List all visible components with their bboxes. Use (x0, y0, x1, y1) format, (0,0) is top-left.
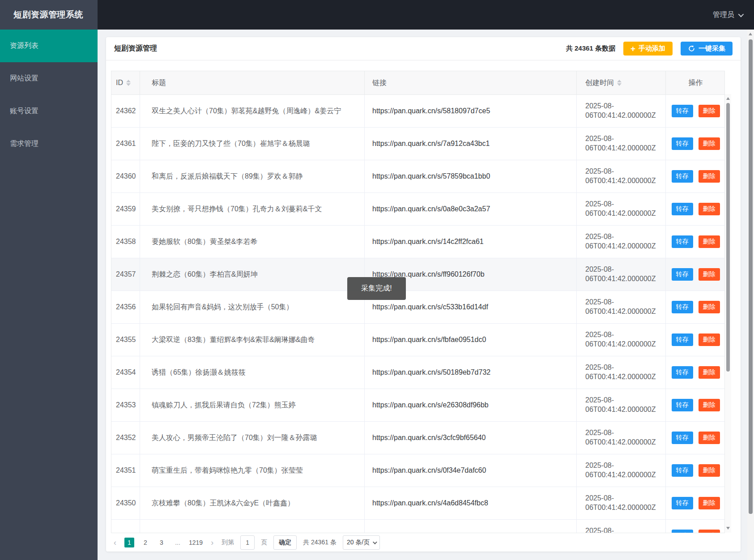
column-label: 标题 (152, 78, 166, 88)
delete-button[interactable]: 删除 (699, 105, 720, 117)
save-button[interactable]: 转存 (672, 464, 693, 477)
delete-button[interactable]: 删除 (699, 464, 720, 477)
page-number-1[interactable]: 1 (124, 538, 134, 547)
save-button[interactable]: 转存 (672, 432, 693, 444)
delete-button[interactable]: 删除 (699, 432, 720, 444)
row-id: 24361 (111, 128, 140, 160)
delete-button[interactable]: 删除 (699, 530, 720, 533)
save-button[interactable]: 转存 (672, 366, 693, 379)
table-row: 24350 京枝难攀（80集）王凯沐&六金yE（叶鑫鑫） https://pan… (111, 487, 724, 520)
delete-button[interactable]: 删除 (699, 137, 720, 150)
sidebar-item-demand-management[interactable]: 需求管理 (0, 128, 98, 160)
user-menu[interactable]: 管理员 (713, 10, 742, 20)
prev-page-button[interactable]: ‹ (112, 538, 118, 547)
manual-add-button[interactable]: + 手动添加 (623, 42, 673, 56)
refresh-icon (688, 45, 695, 52)
sort-icon[interactable] (126, 80, 131, 86)
delete-button[interactable]: 删除 (699, 170, 720, 183)
row-title (140, 520, 365, 533)
row-link: https://pan.quark.cn/s/4a6d8454fbc8 (365, 487, 577, 520)
delete-button[interactable]: 删除 (699, 203, 720, 215)
page-ellipsis: ... (173, 538, 183, 547)
row-actions: 转存 删除 (666, 454, 725, 487)
save-button[interactable]: 转存 (672, 170, 693, 183)
app-title: 短剧资源管理系统 (0, 0, 98, 30)
column-header-actions: 操作 (666, 71, 725, 94)
column-header-id[interactable]: ID (111, 71, 140, 94)
row-title: 镇魂赊刀人，抓我后果请自负（72集）熊玉婷 (140, 389, 365, 422)
row-title: 美女别撩，哥只想挣钱（70集）孔奇力＆刘蔓莉&千文 (140, 193, 365, 226)
save-button[interactable]: 转存 (672, 203, 693, 215)
sidebar: 短剧资源管理系统 资源列表 网站设置 账号设置 需求管理 (0, 0, 98, 560)
row-created: 2025-08-06T00:41:42.000000Z (577, 422, 666, 454)
row-created: 2025-08-06T00:41:42.000000Z (577, 193, 666, 226)
total-prefix: 共 (566, 44, 573, 52)
next-page-button[interactable]: › (209, 538, 215, 547)
delete-button[interactable]: 删除 (699, 235, 720, 248)
save-button[interactable]: 转存 (672, 137, 693, 150)
table-row: 24355 大梁双逆（83集）董绍辉&李钊&索菲&阚琳娜&曲奇 https://… (111, 324, 724, 356)
page-scrollbar-thumb[interactable] (749, 39, 753, 514)
page-size-select[interactable]: 20 条/页 (343, 535, 380, 550)
top-bar: 管理员 (98, 0, 754, 30)
pagination-bar: ‹ 1 2 3 ... 1219 › 到第 页 确定 共 24361 条 20 … (111, 533, 736, 552)
sort-icon[interactable] (617, 80, 622, 86)
column-header-created[interactable]: 创建时间 (577, 71, 666, 94)
table-row: 24353 镇魂赊刀人，抓我后果请自负（72集）熊玉婷 https://pan.… (111, 389, 724, 422)
manual-add-label: 手动添加 (639, 44, 665, 53)
delete-button[interactable]: 删除 (699, 268, 720, 281)
scroll-up-arrow-icon[interactable] (725, 95, 731, 102)
row-actions: 转存 删除 (666, 193, 725, 226)
save-button[interactable]: 转存 (672, 268, 693, 281)
save-button[interactable]: 转存 (672, 530, 693, 533)
one-click-collect-button[interactable]: 一键采集 (681, 42, 733, 56)
scroll-down-arrow-icon[interactable] (725, 525, 731, 532)
sidebar-item-label: 需求管理 (10, 139, 38, 149)
page-title: 短剧资源管理 (114, 44, 157, 53)
row-id (111, 520, 140, 533)
save-button[interactable]: 转存 (672, 105, 693, 117)
delete-button[interactable]: 删除 (699, 333, 720, 346)
sidebar-item-site-settings[interactable]: 网站设置 (0, 62, 98, 95)
save-button[interactable]: 转存 (672, 333, 693, 346)
save-button[interactable]: 转存 (672, 301, 693, 313)
row-created: 2025-08-06T00:41:42.000000Z (577, 520, 666, 533)
delete-button[interactable]: 删除 (699, 497, 720, 509)
page-number-3[interactable]: 3 (157, 538, 166, 547)
save-button[interactable]: 转存 (672, 235, 693, 248)
row-link: https://pan.quark.cn/s/5818097d7ce5 (365, 95, 577, 128)
sidebar-item-resource-list[interactable]: 资源列表 (0, 30, 98, 62)
row-actions: 转存 删除 (666, 160, 725, 193)
row-created: 2025-08-06T00:41:42.000000Z (577, 160, 666, 193)
row-id: 24350 (111, 487, 140, 520)
row-title: 京枝难攀（80集）王凯沐&六金yE（叶鑫鑫） (140, 487, 365, 520)
total-count-text: 共 24361 条数据 (566, 44, 615, 53)
chevron-down-icon (373, 540, 377, 544)
table-scrollbar[interactable] (725, 94, 731, 533)
column-label: ID (116, 79, 123, 87)
save-button[interactable]: 转存 (672, 497, 693, 509)
table-scrollbar-thumb[interactable] (726, 103, 730, 372)
row-link: https://pan.quark.cn/s/57859bca1bb0 (365, 160, 577, 193)
row-actions: 转存 删除 (666, 291, 725, 324)
sidebar-item-label: 账号设置 (10, 107, 38, 116)
confirm-button[interactable]: 确定 (273, 535, 297, 550)
page-number-last[interactable]: 1219 (189, 538, 203, 547)
save-button[interactable]: 转存 (672, 399, 693, 411)
row-actions: 转存 删除 (666, 226, 725, 258)
column-label: 操作 (689, 78, 703, 88)
sidebar-item-account-settings[interactable]: 账号设置 (0, 95, 98, 128)
table-row: 24361 陛下，臣妾的刀又快了些（70集）崔旭宇＆杨晨璐 https://pa… (111, 128, 724, 160)
delete-button[interactable]: 删除 (699, 366, 720, 379)
goto-page-input[interactable] (240, 535, 255, 550)
scroll-up-arrow-icon[interactable] (747, 30, 754, 38)
page-number-2[interactable]: 2 (141, 538, 150, 547)
page-scrollbar[interactable] (747, 30, 754, 560)
column-label: 创建时间 (585, 78, 614, 88)
row-actions: 转存 删除 (666, 422, 725, 454)
delete-button[interactable]: 删除 (699, 399, 720, 411)
delete-button[interactable]: 删除 (699, 301, 720, 313)
app-title-label: 短剧资源管理系统 (13, 9, 83, 21)
table-row: 24362 双生之美人心计（70集）郭茗苑&越野兔（周逸峰）&姜云宁 https… (111, 95, 724, 128)
table-row: 24360 和离后，反派后娘福载天下（89集）罗欢＆郭静 https://pan… (111, 160, 724, 193)
